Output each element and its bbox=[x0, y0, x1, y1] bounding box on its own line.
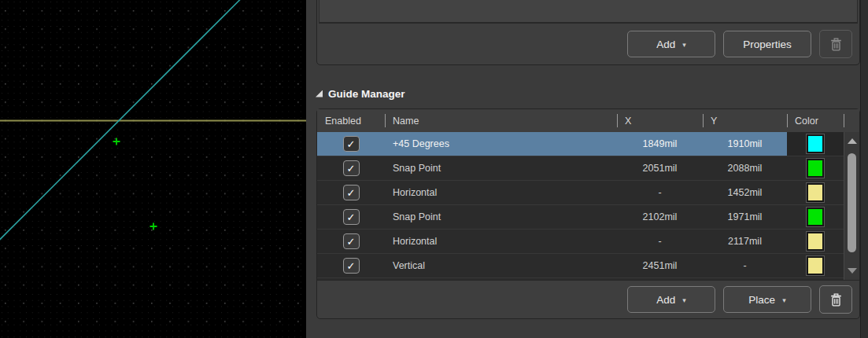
color-swatch[interactable] bbox=[807, 256, 824, 275]
chevron-down-icon: ▾ bbox=[682, 41, 686, 49]
column-header-y: Y bbox=[703, 109, 787, 132]
guide-y: 2088mil bbox=[703, 163, 787, 174]
guide-y: 1971mil bbox=[703, 211, 787, 222]
add-button-top-label: Add bbox=[656, 39, 675, 50]
panel-right-edge bbox=[860, 0, 868, 338]
guide-y: 1910mil bbox=[703, 138, 787, 149]
upper-section-list[interactable] bbox=[319, 0, 858, 24]
properties-button[interactable]: Properties bbox=[723, 31, 811, 57]
scroll-down-arrow-icon[interactable] bbox=[848, 268, 857, 274]
enabled-checkbox[interactable]: ✓ bbox=[343, 136, 360, 152]
guide-name: Vertical bbox=[385, 260, 617, 271]
add-button[interactable]: Add ▾ bbox=[627, 286, 715, 313]
color-swatch[interactable] bbox=[807, 232, 824, 251]
guide-name: Snap Point bbox=[385, 163, 617, 174]
chevron-down-icon: ▾ bbox=[682, 296, 686, 304]
table-row[interactable]: ✓ Snap Point 2102mil 1971mil bbox=[317, 205, 844, 230]
guide-manager-title: Guide Manager bbox=[328, 88, 405, 100]
add-button-top[interactable]: Add ▾ bbox=[627, 31, 715, 57]
table-row[interactable]: ✓ Horizontal - 1452mil bbox=[317, 181, 844, 205]
guide-manager-buttons: Add ▾ Place ▾ bbox=[317, 280, 859, 318]
enabled-checkbox[interactable]: ✓ bbox=[343, 185, 360, 200]
color-swatch[interactable] bbox=[807, 134, 824, 153]
enabled-checkbox[interactable]: ✓ bbox=[343, 209, 360, 225]
guide-name: Horizontal bbox=[385, 187, 617, 198]
guide-x: - bbox=[617, 187, 703, 198]
app-window: Add ▾ Properties bbox=[0, 0, 868, 338]
guide-table-header: Enabled Name X Y Color bbox=[317, 109, 859, 132]
properties-button-label: Properties bbox=[743, 39, 792, 50]
place-button-label: Place bbox=[748, 294, 775, 306]
guide-manager-section-header[interactable]: Guide Manager bbox=[316, 84, 405, 103]
table-row[interactable]: ✓ Vertical 2451mil - bbox=[317, 254, 844, 278]
color-swatch[interactable] bbox=[807, 183, 824, 202]
properties-panel: Add ▾ Properties bbox=[306, 0, 868, 338]
color-swatch[interactable] bbox=[807, 159, 824, 178]
trash-icon bbox=[830, 293, 842, 307]
guide-name: Snap Point bbox=[385, 211, 617, 222]
column-header-color: Color bbox=[787, 109, 844, 132]
guide-y: 1452mil bbox=[703, 187, 787, 198]
chevron-down-icon: ▾ bbox=[782, 296, 786, 304]
place-button[interactable]: Place ▾ bbox=[723, 286, 811, 313]
column-header-x: X bbox=[617, 109, 703, 132]
guide-table-body: ✓ +45 Degrees 1849mil 1910mil ✓ Snap Poi… bbox=[317, 132, 859, 280]
guide-x: 1849mil bbox=[617, 138, 703, 149]
upper-section: Add ▾ Properties bbox=[316, 0, 860, 65]
guide-x: 2102mil bbox=[617, 211, 703, 222]
enabled-checkbox[interactable]: ✓ bbox=[343, 160, 360, 176]
delete-button[interactable] bbox=[819, 285, 852, 314]
scroll-up-arrow-icon[interactable] bbox=[848, 138, 857, 144]
color-swatch[interactable] bbox=[807, 208, 824, 226]
guide-x: 2051mil bbox=[617, 163, 703, 174]
table-row[interactable]: ✓ Horizontal - 2117mil bbox=[317, 230, 844, 254]
enabled-checkbox[interactable]: ✓ bbox=[343, 258, 360, 274]
guide-name: Horizontal bbox=[385, 236, 617, 247]
trash-icon bbox=[830, 38, 842, 51]
table-row[interactable]: ✓ +45 Degrees 1849mil 1910mil bbox=[317, 132, 844, 156]
guide-x: - bbox=[617, 236, 703, 247]
upper-section-buttons: Add ▾ Properties bbox=[317, 24, 859, 64]
guide-y: 2117mil bbox=[703, 236, 787, 247]
column-header-spacer bbox=[844, 109, 859, 132]
table-row[interactable]: ✓ Snap Point 2051mil 2088mil bbox=[317, 156, 844, 181]
guide-name: +45 Degrees bbox=[385, 138, 617, 149]
column-header-enabled: Enabled bbox=[317, 109, 385, 132]
add-button-label: Add bbox=[656, 294, 675, 306]
delete-button-top[interactable] bbox=[819, 30, 852, 58]
scrollbar-thumb[interactable] bbox=[848, 153, 856, 252]
pcb-canvas[interactable] bbox=[0, 0, 306, 338]
enabled-checkbox[interactable]: ✓ bbox=[343, 233, 360, 249]
column-header-name: Name bbox=[385, 109, 617, 132]
collapse-triangle-icon bbox=[316, 90, 323, 97]
table-scrollbar[interactable] bbox=[844, 132, 859, 280]
guide-y: - bbox=[703, 260, 787, 271]
guide-manager-section: Enabled Name X Y Color ✓ +45 Degrees 184… bbox=[316, 108, 860, 319]
guide-x: 2451mil bbox=[617, 260, 703, 271]
